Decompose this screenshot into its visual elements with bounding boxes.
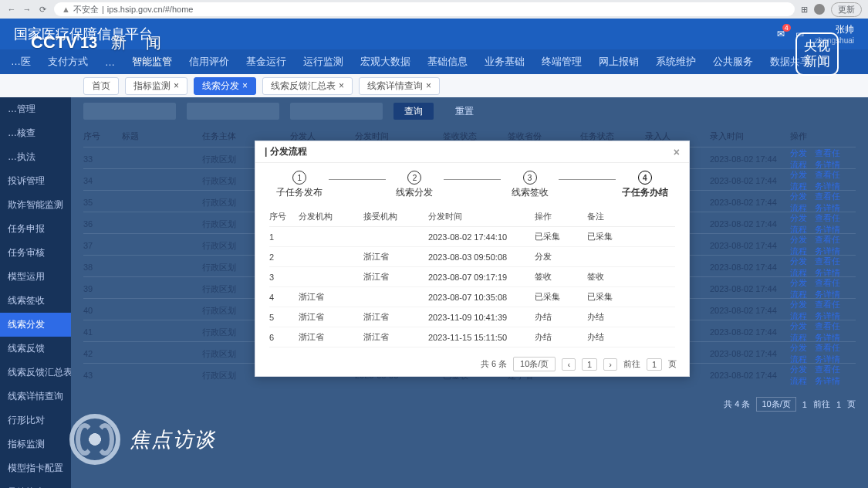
close-icon[interactable]: × [174, 80, 179, 91]
filter-input[interactable] [290, 103, 383, 120]
profile-icon[interactable] [814, 4, 825, 15]
bg-col-header: 录入时间 [710, 130, 787, 142]
reload-icon[interactable]: ⟳ [37, 5, 48, 15]
page-num: 1 [802, 400, 807, 409]
sidebar-item[interactable]: 任务审核 [0, 241, 71, 265]
sec-tab[interactable]: 指标监测× [125, 77, 187, 95]
row-actions: 分发流程查看任务详情 [790, 147, 844, 171]
topnav-item[interactable]: 终端管理 [542, 55, 582, 69]
sidebar-item[interactable]: 线索反馈汇总表 [0, 361, 71, 385]
filter-input[interactable] [83, 103, 176, 120]
close-icon[interactable]: × [242, 80, 248, 91]
forward-icon[interactable]: → [22, 5, 32, 15]
action-link[interactable]: 分发流程 [790, 320, 810, 344]
action-link[interactable]: 分发流程 [790, 147, 810, 171]
insecure-icon: ▲ [62, 5, 70, 14]
action-link[interactable]: 查看任务详情 [815, 256, 844, 279]
row-actions: 分发流程查看任务详情 [790, 256, 844, 279]
action-link[interactable]: 分发流程 [790, 364, 810, 387]
action-link[interactable]: 查看任务详情 [815, 234, 844, 257]
sidebar-item[interactable]: 线索反馈 [0, 337, 71, 361]
step: 2线索分发 [386, 171, 444, 199]
topnav-item[interactable]: 支付方式 [48, 55, 88, 69]
action-link[interactable]: 分发流程 [790, 191, 810, 214]
sec-tab[interactable]: 线索详情查询× [359, 77, 440, 95]
action-link[interactable]: 查看任务详情 [815, 299, 844, 322]
close-icon[interactable]: × [674, 146, 680, 158]
action-link[interactable]: 查看任务详情 [815, 169, 844, 192]
topnav-item[interactable]: 宏观大数据 [360, 55, 410, 69]
modal-row: 3浙江省2023-08-07 09:17:19签收签收 [269, 267, 675, 287]
sec-tab[interactable]: 线索反馈汇总表× [262, 77, 353, 95]
bg-col-header: 序号 [83, 130, 119, 142]
sidebar-item[interactable]: 线索分发 [0, 313, 71, 337]
topnav-item[interactable]: 网上报销 [599, 55, 639, 69]
topnav-item[interactable]: 基础信息 [427, 55, 468, 69]
topnav-item[interactable]: …医 [11, 55, 31, 69]
action-link[interactable]: 分发流程 [790, 256, 810, 279]
sec-tab[interactable]: 首页 [83, 77, 119, 95]
next-page-button[interactable]: › [603, 358, 617, 371]
address-box[interactable]: ▲ 不安全 | ips.hsip.gov.cn/#/home [54, 2, 795, 16]
sidebar-item[interactable]: …执法 [0, 145, 71, 169]
sidebar-item[interactable]: 投诉管理 [0, 169, 71, 193]
action-link[interactable]: 查看任务详情 [815, 212, 844, 236]
sidebar-item[interactable]: …管理 [0, 97, 71, 121]
topnav-item[interactable]: 基金运行 [246, 55, 286, 69]
action-link[interactable]: 查看任务详情 [815, 147, 844, 171]
topnav-item[interactable]: … [105, 56, 115, 68]
action-link[interactable]: 查看任务详情 [815, 191, 844, 214]
update-button[interactable]: 更新 [831, 2, 862, 17]
sec-tab[interactable]: 线索分发× [194, 77, 256, 95]
row-actions: 分发流程查看任务详情 [790, 191, 844, 214]
filter-input[interactable] [187, 103, 279, 120]
pagesize-select[interactable]: 10条/页 [756, 397, 795, 412]
action-link[interactable]: 分发流程 [790, 342, 810, 365]
action-link[interactable]: 分发流程 [790, 234, 810, 257]
topnav-item[interactable]: 信用评价 [189, 55, 229, 69]
mail-icon[interactable]: ✉ [777, 29, 785, 39]
page-number[interactable]: 1 [582, 358, 597, 371]
sidebar: …管理…核查…执法投诉管理欺诈智能监测任务申报任务审核模型运用线索签收线索分发线… [0, 97, 71, 488]
sidebar-item[interactable]: 线索详情查询 [0, 385, 71, 408]
topnav-item[interactable]: 业务基础 [485, 55, 525, 69]
action-link[interactable]: 查看任务详情 [815, 342, 844, 365]
back-icon[interactable]: ← [6, 5, 17, 15]
close-icon[interactable]: × [426, 80, 431, 91]
sidebar-item[interactable]: 任务申报 [0, 217, 71, 241]
action-link[interactable]: 分发流程 [790, 277, 810, 300]
prev-page-button[interactable]: ‹ [562, 358, 576, 371]
bg-table-footer: 共 4 条 10条/页 1 前往 1 页 [71, 392, 868, 416]
action-link[interactable]: 查看任务详情 [815, 364, 844, 387]
action-link[interactable]: 分发流程 [790, 299, 810, 322]
action-link[interactable]: 分发流程 [790, 169, 810, 192]
topnav-item[interactable]: 运行监测 [303, 55, 343, 69]
sidebar-item[interactable]: 模型指卡配置 [0, 456, 71, 480]
action-link[interactable]: 查看任务详情 [815, 277, 844, 300]
bg-col-header: 标题 [122, 130, 199, 142]
topnav-item[interactable]: 系统维护 [656, 55, 696, 69]
sidebar-item[interactable]: 行形比对 [0, 408, 71, 432]
sidebar-item[interactable]: 指标监测 [0, 432, 71, 456]
modal-col-header: 操作 [535, 211, 584, 222]
topnav-item[interactable]: 公共服务 [713, 55, 753, 69]
goto-page-input[interactable]: 1 [647, 358, 662, 371]
action-link[interactable]: 查看任务详情 [815, 320, 844, 344]
modal-row: 5浙江省浙江省2023-11-09 10:41:39办结办结 [269, 307, 675, 327]
sidebar-item[interactable]: 模型运用 [0, 265, 71, 289]
action-link[interactable]: 分发流程 [790, 212, 810, 236]
row-actions: 分发流程查看任务详情 [790, 364, 844, 387]
sidebar-item[interactable]: 线索签收 [0, 289, 71, 313]
reset-button[interactable]: 重置 [444, 103, 485, 120]
steps-bar: 1子任务发布2线索分发3线索签收4子任务办结 [255, 163, 689, 204]
sidebar-item[interactable]: …核查 [0, 121, 71, 145]
extension-icon[interactable]: ⊞ [801, 5, 808, 15]
cctv-logo: CCTV 13 新 闻 [31, 32, 169, 53]
sidebar-item[interactable]: 欺诈智能监测 [0, 193, 71, 217]
modal-pagesize-select[interactable]: 10条/页 [513, 357, 556, 371]
row-actions: 分发流程查看任务详情 [790, 169, 844, 192]
topnav-item[interactable]: 智能监管 [132, 55, 172, 69]
search-button[interactable]: 查询 [393, 103, 434, 120]
close-icon[interactable]: × [339, 80, 344, 91]
sidebar-item[interactable]: 异地协查 [0, 480, 71, 488]
